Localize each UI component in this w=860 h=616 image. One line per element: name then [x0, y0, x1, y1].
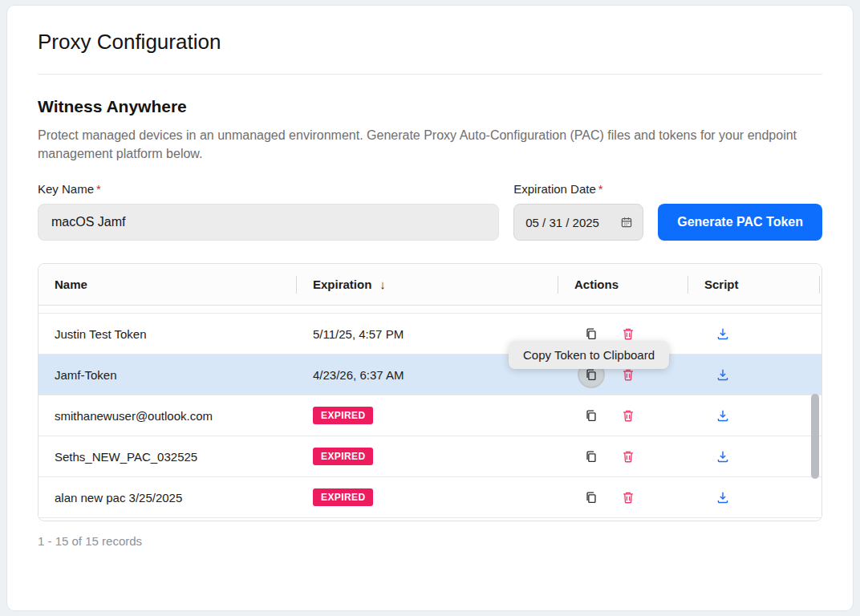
- token-name: smithanewuser@outlook.com: [39, 395, 297, 436]
- required-marker: *: [598, 182, 603, 196]
- table-row-selected: Jamf-Token 4/23/26, 6:37 AM: [39, 355, 821, 395]
- token-name: Jamf-Token: [39, 355, 297, 395]
- row-script: [688, 477, 820, 517]
- token-name: alan new pac 3/25/2025: [39, 477, 297, 517]
- tokens-table: Name Expiration↓ Actions Script Justin T…: [38, 263, 822, 521]
- table-body: Justin Test Token 5/11/25, 4:57 PM: [39, 306, 821, 521]
- expired-badge: EXPIRED: [313, 407, 373, 424]
- download-script-button[interactable]: [711, 322, 735, 346]
- download-script-button[interactable]: [711, 485, 735, 509]
- copy-token-button[interactable]: [579, 485, 603, 509]
- expiration-date-input[interactable]: 05 / 31 / 2025: [513, 204, 643, 241]
- expiration-date-field: Expiration Date* 05 / 31 / 2025: [513, 182, 643, 241]
- delete-token-button[interactable]: [616, 444, 640, 468]
- row-actions: [558, 477, 688, 517]
- column-header-expiration[interactable]: Expiration↓: [297, 264, 558, 305]
- token-expiration: EXPIRED: [297, 477, 558, 517]
- token-expiration: EXPIRED: [297, 436, 558, 476]
- delete-token-button[interactable]: [616, 403, 640, 428]
- table-header: Name Expiration↓ Actions Script: [39, 264, 821, 306]
- table-bottom-spacer: [39, 518, 821, 521]
- page-title: Proxy Configuration: [38, 30, 822, 55]
- row-script: [688, 314, 820, 354]
- row-actions: [558, 395, 688, 436]
- table-row: smithanewuser@outlook.com EXPIRED: [39, 395, 821, 436]
- copy-token-tooltip: Copy Token to Clipboard: [509, 341, 669, 369]
- column-header-name[interactable]: Name: [39, 264, 297, 305]
- download-script-button[interactable]: [711, 403, 735, 428]
- table-row: Justin Test Token 5/11/25, 4:57 PM: [39, 314, 821, 355]
- expired-badge: EXPIRED: [313, 448, 373, 465]
- copy-token-button[interactable]: [579, 444, 603, 468]
- token-name: Justin Test Token: [39, 314, 297, 354]
- calendar-icon[interactable]: [620, 216, 633, 229]
- expiration-date-label: Expiration Date*: [513, 182, 643, 196]
- delete-token-button[interactable]: [616, 485, 640, 509]
- proxy-configuration-card: Proxy Configuration Witness Anywhere Pro…: [6, 5, 854, 611]
- required-marker: *: [96, 182, 101, 196]
- expired-badge: EXPIRED: [313, 488, 373, 506]
- token-name: Seths_NEW_PAC_032525: [39, 436, 297, 476]
- column-header-script[interactable]: Script: [688, 264, 820, 305]
- section-description: Protect managed devices in an unmanaged …: [38, 126, 822, 163]
- token-expiration: EXPIRED: [297, 395, 558, 436]
- download-script-button[interactable]: [711, 444, 735, 468]
- table-row: Seths_NEW_PAC_032525 EXPIRED: [39, 436, 821, 477]
- records-count: 1 - 15 of 15 records: [38, 534, 822, 548]
- row-script: [688, 395, 820, 436]
- key-name-label: Key Name*: [38, 182, 499, 196]
- row-script: [688, 355, 820, 395]
- table-scrollbar[interactable]: [811, 306, 819, 519]
- key-name-input[interactable]: [38, 204, 499, 241]
- title-divider: [38, 74, 822, 75]
- pac-token-form: Key Name* Expiration Date* 05 / 31 / 202…: [38, 182, 822, 241]
- expiration-date-value: 05 / 31 / 2025: [525, 216, 599, 229]
- generate-pac-token-button[interactable]: Generate PAC Token: [658, 204, 822, 241]
- copy-token-button[interactable]: [579, 403, 603, 428]
- section-title: Witness Anywhere: [38, 97, 822, 116]
- scrollbar-thumb[interactable]: [811, 394, 819, 479]
- download-script-button[interactable]: [711, 363, 735, 387]
- key-name-field: Key Name*: [38, 182, 499, 241]
- partial-scrolled-row: [39, 306, 821, 314]
- row-script: [688, 436, 820, 476]
- column-header-actions[interactable]: Actions: [558, 264, 688, 305]
- sort-descending-icon: ↓: [379, 278, 386, 291]
- row-actions: [558, 436, 688, 476]
- table-row: alan new pac 3/25/2025 EXPIRED: [39, 477, 821, 518]
